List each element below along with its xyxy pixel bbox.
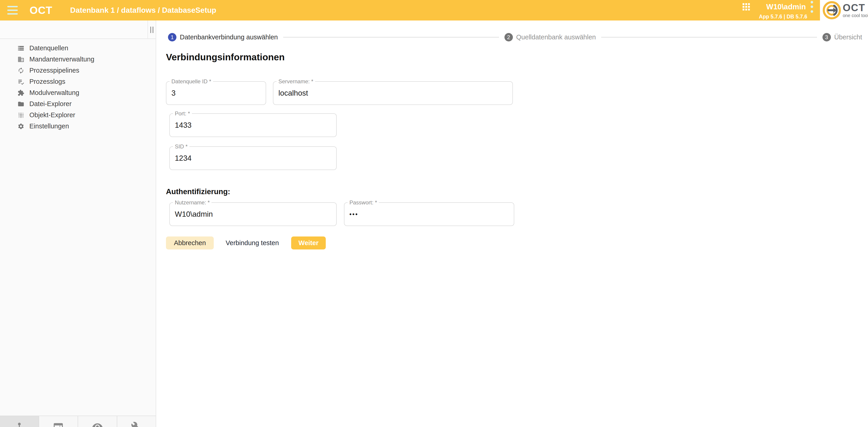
username-value: W10\admin: [175, 210, 213, 218]
sidebar-toolbar: [0, 21, 156, 39]
port-label: Port: *: [173, 111, 192, 117]
sidebar-splitter-handle[interactable]: [148, 21, 156, 39]
step-connector: [601, 37, 817, 37]
next-button[interactable]: Weiter: [291, 237, 326, 249]
flow-hub-icon: [14, 421, 25, 427]
step-3-circle: 3: [823, 33, 831, 41]
app-title: OCT: [30, 4, 52, 17]
sidebar-item-label: Datenquellen: [29, 44, 68, 52]
datasource-id-value: 3: [172, 89, 176, 97]
tab-flow[interactable]: [0, 416, 39, 427]
app-window: OCT Datenbank 1 / dataflows / DatabaseSe…: [0, 0, 868, 427]
user-name: W10\admin: [766, 2, 806, 11]
breadcrumb: Datenbank 1 / dataflows / DatabaseSetup: [70, 6, 216, 14]
step-3-label: Übersicht: [834, 33, 862, 41]
sidebar: Datenquellen Mandantenverwaltung Prozess…: [0, 21, 156, 427]
sidebar-item-prozesspipelines[interactable]: Prozesspipelines: [0, 65, 156, 76]
step-1-circle: 1: [168, 33, 177, 41]
logo-text: OCT: [843, 3, 868, 13]
username-field[interactable]: Nutzername: * W10\admin: [169, 202, 337, 226]
sidebar-item-prozesslogs[interactable]: Prozesslogs: [0, 76, 156, 87]
sid-value: 1234: [175, 154, 191, 162]
port-value: 1433: [175, 121, 191, 129]
sidebar-item-label: Einstellungen: [29, 122, 69, 130]
test-connection-button[interactable]: Verbindung testen: [219, 237, 285, 249]
stepper: 1 Datenbankverbindung auswählen 2 Quelld…: [156, 33, 868, 41]
sync-icon: [18, 67, 24, 74]
datasource-id-label: Datenquelle ID *: [169, 78, 213, 85]
sidebar-item-label: Objekt-Explorer: [29, 111, 75, 119]
building-icon: [18, 56, 24, 63]
servername-label: Servername: *: [277, 78, 315, 85]
gear-icon: [18, 123, 24, 130]
form-area: Verbindungsinformationen Datenquelle ID …: [166, 52, 868, 249]
header-right-cluster: W10\admin App 5.7.6 | DB 5.7.6: [743, 1, 813, 20]
sidebar-item-label: Modulverwaltung: [29, 89, 79, 96]
sidebar-item-label: Mandantenverwaltung: [29, 56, 94, 63]
kebab-menu-icon[interactable]: [810, 1, 813, 13]
folder-icon: [18, 101, 24, 108]
step-2[interactable]: 2 Quelldatenbank auswählen: [504, 33, 596, 41]
step-1[interactable]: 1 Datenbankverbindung auswählen: [168, 33, 278, 41]
storage-icon: [18, 45, 24, 52]
eye-icon: [92, 421, 103, 427]
servername-field[interactable]: Servername: * localhost: [273, 81, 513, 105]
step-3[interactable]: 3 Übersicht: [823, 33, 862, 41]
top-app-bar: OCT Datenbank 1 / dataflows / DatabaseSe…: [0, 0, 868, 21]
tab-layout[interactable]: [39, 416, 78, 427]
app-version: App 5.7.6 | DB 5.7.6: [759, 14, 807, 20]
tab-preview[interactable]: [78, 416, 117, 427]
apps-grid-icon[interactable]: [743, 3, 750, 10]
sid-label: SID *: [173, 143, 189, 150]
sidebar-bottom-tabs: [0, 416, 156, 427]
sidebar-item-datenquellen[interactable]: Datenquellen: [0, 42, 156, 54]
main-content: 1 Datenbankverbindung auswählen 2 Quelld…: [156, 21, 868, 427]
password-label: Passwort: *: [348, 200, 379, 206]
form-actions: Abbrechen Verbindung testen Weiter: [166, 237, 868, 249]
password-field[interactable]: Passwort: * •••: [344, 202, 514, 226]
dot-grid-icon: [18, 112, 24, 119]
step-1-label: Datenbankverbindung auswählen: [180, 33, 278, 41]
puzzle-icon: [18, 89, 24, 96]
page-title: Verbindungsinformationen: [166, 52, 868, 63]
sidebar-item-einstellungen[interactable]: Einstellungen: [0, 121, 156, 132]
auth-section-heading: Authentifizierung:: [166, 187, 868, 196]
sidebar-item-modulverwaltung[interactable]: Modulverwaltung: [0, 87, 156, 98]
sidebar-item-mandantenverwaltung[interactable]: Mandantenverwaltung: [0, 54, 156, 65]
brand-logo: OCT one cool tool: [820, 0, 868, 21]
password-value: •••: [349, 211, 358, 218]
sidebar-item-label: Prozesslogs: [29, 78, 65, 85]
cancel-button[interactable]: Abbrechen: [166, 237, 214, 249]
sidebar-item-objekt-explorer[interactable]: Objekt-Explorer: [0, 110, 156, 121]
hamburger-menu-icon[interactable]: [7, 6, 18, 14]
sid-field[interactable]: SID * 1234: [169, 146, 337, 170]
sidebar-item-label: Prozesspipelines: [29, 67, 79, 74]
wrench-icon: [131, 421, 142, 427]
port-field[interactable]: Port: * 1433: [169, 113, 337, 137]
tab-tools[interactable]: [117, 416, 156, 427]
servername-value: localhost: [278, 89, 308, 97]
logo-tagline: one cool tool: [843, 13, 868, 18]
step-2-circle: 2: [504, 33, 513, 41]
playlist-check-icon: [18, 78, 24, 85]
sidebar-item-datei-explorer[interactable]: Datei-Explorer: [0, 98, 156, 110]
oct-logo-icon: [822, 1, 841, 20]
username-label: Nutzername: *: [173, 200, 212, 206]
datasource-id-field[interactable]: Datenquelle ID * 3: [166, 81, 266, 105]
step-2-label: Quelldatenbank auswählen: [516, 33, 596, 41]
step-connector: [283, 37, 499, 37]
window-layout-icon: [53, 421, 64, 427]
sidebar-menu: Datenquellen Mandantenverwaltung Prozess…: [0, 39, 156, 132]
sidebar-item-label: Datei-Explorer: [29, 100, 71, 108]
